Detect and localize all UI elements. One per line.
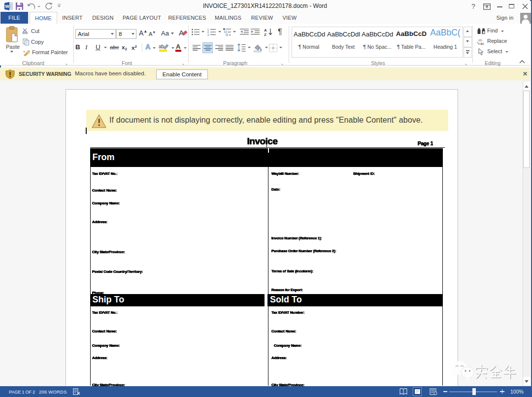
svg-text:ac: ac: [480, 42, 484, 45]
svg-text:A: A: [264, 28, 267, 33]
svg-text:Z: Z: [264, 33, 266, 36]
svg-text:ab: ab: [159, 44, 165, 49]
svg-text:W: W: [5, 4, 9, 9]
svg-text:ab: ab: [478, 38, 482, 42]
svg-text:3: 3: [207, 33, 209, 36]
